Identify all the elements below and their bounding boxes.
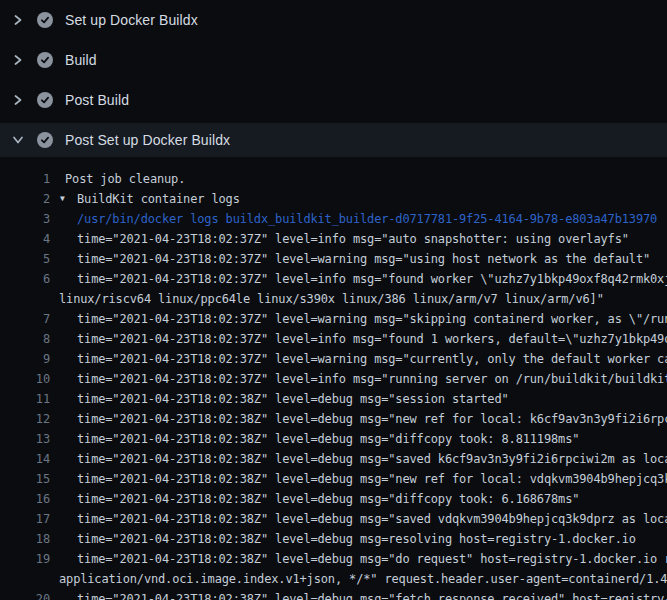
- log-line-text: time="2021-04-23T18:02:37Z" level=warnin…: [50, 309, 667, 329]
- log-line-number: 1: [0, 169, 50, 189]
- log-line: 10 time="2021-04-23T18:02:37Z" level=inf…: [0, 369, 667, 389]
- check-circle-icon: [37, 52, 53, 68]
- log-panel: 1 Post job cleanup. 2 ▼ BuildKit contain…: [0, 160, 667, 600]
- log-line-text: time="2021-04-23T18:02:37Z" level=warnin…: [50, 249, 650, 269]
- step-row[interactable]: Post Set up Docker Buildx: [0, 123, 667, 157]
- log-line-number: 16: [0, 489, 50, 509]
- log-line-number: 17: [0, 509, 50, 529]
- log-line-number: 19: [0, 549, 50, 569]
- step-label: Post Build: [65, 92, 129, 108]
- log-line: 11 time="2021-04-23T18:02:38Z" level=deb…: [0, 389, 667, 409]
- log-line: application/vnd.oci.image.index.v1+json,…: [0, 569, 667, 589]
- log-line-text: time="2021-04-23T18:02:38Z" level=debug …: [50, 469, 667, 489]
- log-line: 16 time="2021-04-23T18:02:38Z" level=deb…: [0, 489, 667, 509]
- log-line-number: 18: [0, 529, 50, 549]
- log-line: 1 Post job cleanup.: [0, 169, 667, 189]
- log-line-number: 20: [0, 589, 50, 600]
- log-line-text: time="2021-04-23T18:02:37Z" level=info m…: [50, 369, 667, 389]
- steps-list: Set up Docker Buildx Build: [0, 0, 667, 157]
- log-line-number: [0, 289, 50, 309]
- step-label: Post Set up Docker Buildx: [65, 132, 230, 148]
- log-line-number: 4: [0, 229, 50, 249]
- log-line: linux/riscv64 linux/ppc64le linux/s390x …: [0, 289, 667, 309]
- chevron-icon[interactable]: [10, 132, 26, 148]
- log-line: 9 time="2021-04-23T18:02:37Z" level=warn…: [0, 349, 667, 369]
- log-line: 2 ▼ BuildKit container logs: [0, 189, 667, 209]
- log-line: 3 /usr/bin/docker logs buildx_buildkit_b…: [0, 209, 667, 229]
- log-line-number: 15: [0, 469, 50, 489]
- log-line: 18 time="2021-04-23T18:02:38Z" level=deb…: [0, 529, 667, 549]
- step-label: Set up Docker Buildx: [65, 12, 198, 28]
- step-row[interactable]: Set up Docker Buildx: [0, 0, 667, 40]
- log-line-text: time="2021-04-23T18:02:37Z" level=info m…: [50, 229, 629, 249]
- log-line-number: 13: [0, 429, 50, 449]
- log-line-text: time="2021-04-23T18:02:38Z" level=debug …: [50, 389, 509, 409]
- log-line: 6 time="2021-04-23T18:02:37Z" level=info…: [0, 269, 667, 289]
- log-line: 15 time="2021-04-23T18:02:38Z" level=deb…: [0, 469, 667, 489]
- log-line-number: 3: [0, 209, 50, 229]
- log-line: 4 time="2021-04-23T18:02:37Z" level=info…: [0, 229, 667, 249]
- log-line: 13 time="2021-04-23T18:02:38Z" level=deb…: [0, 429, 667, 449]
- check-circle-icon: [37, 132, 53, 148]
- check-circle-icon: [37, 92, 53, 108]
- log-line: 17 time="2021-04-23T18:02:38Z" level=deb…: [0, 509, 667, 529]
- log-line: 7 time="2021-04-23T18:02:37Z" level=warn…: [0, 309, 667, 329]
- step-label: Build: [65, 52, 97, 68]
- log-line-text: /usr/bin/docker logs buildx_buildkit_bui…: [50, 209, 657, 229]
- log-line-number: 9: [0, 349, 50, 369]
- log-line-number: 12: [0, 409, 50, 429]
- log-line-text: time="2021-04-23T18:02:38Z" level=debug …: [50, 429, 579, 449]
- log-line-text: Post job cleanup.: [50, 169, 185, 189]
- log-line-text: time="2021-04-23T18:02:38Z" level=debug …: [50, 549, 667, 569]
- log-line: 12 time="2021-04-23T18:02:38Z" level=deb…: [0, 409, 667, 429]
- workflow-log-viewer: Set up Docker Buildx Build: [0, 0, 667, 600]
- log-line-text: time="2021-04-23T18:02:38Z" level=debug …: [50, 409, 667, 429]
- log-line: 5 time="2021-04-23T18:02:37Z" level=warn…: [0, 249, 667, 269]
- log-line-text: time="2021-04-23T18:02:37Z" level=warnin…: [50, 349, 667, 369]
- log-line-text: linux/riscv64 linux/ppc64le linux/s390x …: [50, 289, 604, 309]
- log-line-number: 11: [0, 389, 50, 409]
- log-line: 14 time="2021-04-23T18:02:38Z" level=deb…: [0, 449, 667, 469]
- log-line-number: 10: [0, 369, 50, 389]
- chevron-icon[interactable]: [10, 52, 26, 68]
- log-line-number: [0, 569, 50, 589]
- log-line: 20 time="2021-04-23T18:02:38Z" level=deb…: [0, 589, 667, 600]
- log-line-number: 7: [0, 309, 50, 329]
- log-line-text: BuildKit container logs: [72, 189, 240, 209]
- step-row[interactable]: Build: [0, 40, 667, 80]
- log-line-number: 14: [0, 449, 50, 469]
- log-line-number: 8: [0, 329, 50, 349]
- log-line-text: time="2021-04-23T18:02:38Z" level=debug …: [50, 509, 667, 529]
- log-line: 8 time="2021-04-23T18:02:37Z" level=info…: [0, 329, 667, 349]
- log-line: 19 time="2021-04-23T18:02:38Z" level=deb…: [0, 549, 667, 569]
- log-line-text: application/vnd.oci.image.index.v1+json,…: [50, 569, 667, 589]
- log-line-number: 6: [0, 269, 50, 289]
- log-line-text: time="2021-04-23T18:02:38Z" level=debug …: [50, 589, 667, 600]
- chevron-icon[interactable]: [10, 92, 26, 108]
- log-line-number: 5: [0, 249, 50, 269]
- step-row[interactable]: Post Build: [0, 80, 667, 120]
- group-toggle-icon[interactable]: ▼: [50, 189, 72, 209]
- log-line-text: time="2021-04-23T18:02:38Z" level=debug …: [50, 449, 667, 469]
- check-circle-icon: [37, 12, 53, 28]
- log-line-text: time="2021-04-23T18:02:38Z" level=debug …: [50, 529, 636, 549]
- chevron-icon[interactable]: [10, 12, 26, 28]
- log-line-text: time="2021-04-23T18:02:38Z" level=debug …: [50, 489, 579, 509]
- log-line-text: time="2021-04-23T18:02:37Z" level=info m…: [50, 269, 667, 289]
- log-line-text: time="2021-04-23T18:02:37Z" level=info m…: [50, 329, 667, 349]
- log-line-number: 2: [0, 189, 50, 209]
